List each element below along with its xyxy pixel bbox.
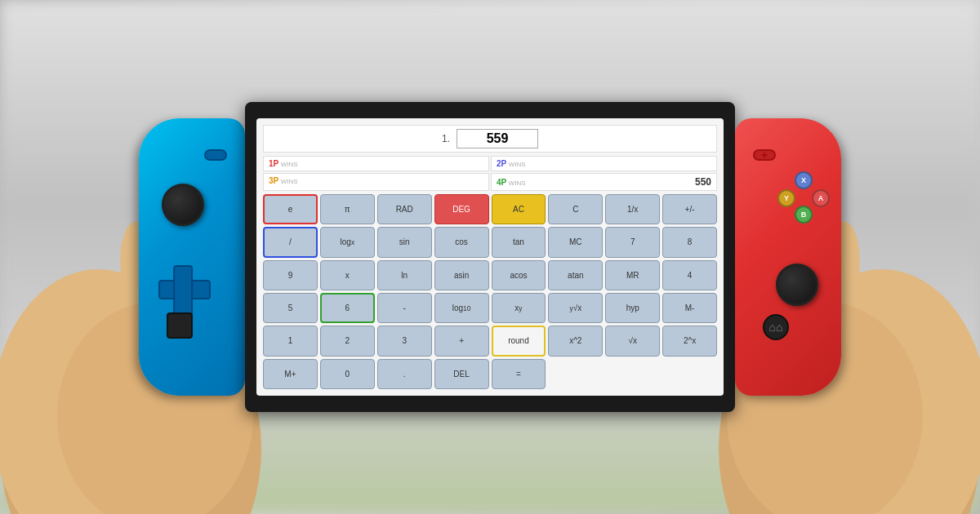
face-buttons: X Y A B (777, 171, 830, 224)
btn-ac[interactable]: AC (492, 194, 546, 224)
switch-body: 1. 559 1P WINS 2P WINS (139, 86, 841, 428)
scene: 1. 559 1P WINS 2P WINS (0, 0, 980, 514)
btn-subtract[interactable]: - (377, 293, 432, 323)
btn-rad[interactable]: RAD (377, 194, 432, 224)
dpad[interactable] (158, 265, 207, 314)
btn-2[interactable]: 2 (320, 326, 375, 356)
btn-mc[interactable]: MC (548, 227, 603, 257)
btn-pi[interactable]: π (320, 194, 375, 224)
player-4-label: 4P (497, 178, 506, 187)
btn-asin[interactable]: asin (434, 260, 489, 290)
btn-decimal[interactable]: . (377, 359, 432, 389)
player-1-cell: 1P WINS (263, 156, 489, 171)
player-2-label: 2P (497, 159, 506, 168)
btn-mplus[interactable]: M+ (263, 359, 318, 389)
screen: 1. 559 1P WINS 2P WINS (256, 118, 724, 396)
btn-3[interactable]: 3 (377, 326, 432, 356)
home-button[interactable]: ⌂ (763, 314, 789, 340)
btn-2x[interactable]: 2^x (662, 326, 717, 356)
right-thumbstick[interactable] (776, 264, 818, 306)
player-4-wins: WINS (509, 179, 526, 187)
btn-y-face[interactable]: Y (777, 189, 795, 207)
btn-atan[interactable]: atan (548, 260, 603, 290)
btn-deg[interactable]: DEG (434, 194, 489, 224)
score-label: 1. (442, 133, 450, 144)
player-3-cell: 3P WINS (263, 173, 489, 191)
btn-del[interactable]: DEL (434, 359, 489, 389)
btn-yrootx[interactable]: y√x (548, 293, 603, 323)
btn-add[interactable]: + (434, 326, 489, 356)
player-4-cell: 4P WINS 550 (491, 173, 717, 191)
btn-7[interactable]: 7 (605, 227, 660, 257)
player-1-wins: WINS (281, 161, 298, 168)
btn-xy[interactable]: xy (492, 293, 546, 323)
btn-0[interactable]: 0 (320, 359, 375, 389)
btn-plusminus[interactable]: +/- (662, 194, 717, 224)
btn-multiply[interactable]: x (320, 260, 375, 290)
btn-mr[interactable]: MR (605, 260, 660, 290)
left-thumbstick[interactable] (162, 184, 204, 226)
btn-9[interactable]: 9 (263, 260, 318, 290)
btn-mminus[interactable]: M- (662, 293, 717, 323)
btn-cos[interactable]: cos (434, 227, 489, 257)
btn-4[interactable]: 4 (662, 260, 717, 290)
btn-b-face[interactable]: B (795, 206, 813, 224)
calculator: 1. 559 1P WINS 2P WINS (256, 118, 724, 396)
btn-log10[interactable]: log10 (434, 293, 489, 323)
btn-sqrt[interactable]: √x (605, 326, 660, 356)
btn-hyp[interactable]: hyp (605, 293, 660, 323)
btn-x-face[interactable]: X (795, 171, 813, 189)
btn-acos[interactable]: acos (492, 260, 546, 290)
btn-e[interactable]: e (263, 194, 318, 224)
score-value: 559 (457, 129, 538, 148)
btn-tan[interactable]: tan (492, 227, 546, 257)
btn-1[interactable]: 1 (263, 326, 318, 356)
btn-x2[interactable]: x^2 (548, 326, 603, 356)
player-1-label: 1P (269, 159, 278, 168)
player-2-wins: WINS (509, 161, 526, 168)
player-3-label: 3P (269, 176, 278, 185)
joycon-right: X Y A B ⌂ (735, 118, 841, 396)
btn-8[interactable]: 8 (662, 227, 717, 257)
player-3-wins: WINS (281, 178, 298, 185)
console-center: 1. 559 1P WINS 2P WINS (245, 102, 735, 412)
btn-c[interactable]: C (548, 194, 603, 224)
player-4-score: 550 (695, 176, 711, 188)
btn-divide[interactable]: / (263, 227, 318, 257)
btn-6[interactable]: 6 (320, 293, 375, 323)
btn-a-face[interactable]: A (812, 189, 830, 207)
btn-equals[interactable]: = (492, 359, 546, 389)
btn-ln[interactable]: ln (377, 260, 432, 290)
calc-grid: e π RAD DEG AC C 1/x +/- / logx sin cos … (263, 194, 717, 389)
player-2-cell: 2P WINS (491, 156, 717, 171)
btn-5[interactable]: 5 (263, 293, 318, 323)
btn-reciprocal[interactable]: 1/x (605, 194, 660, 224)
btn-logx[interactable]: logx (320, 227, 375, 257)
capture-button[interactable] (167, 312, 193, 339)
joycon-left (139, 118, 245, 396)
plus-button[interactable] (753, 149, 776, 161)
player-rows: 1P WINS 2P WINS 3P WINS (263, 156, 717, 191)
btn-sin[interactable]: sin (377, 227, 432, 257)
btn-round[interactable]: round (492, 326, 546, 356)
score-display-row: 1. 559 (263, 125, 717, 153)
minus-button[interactable] (204, 149, 227, 161)
